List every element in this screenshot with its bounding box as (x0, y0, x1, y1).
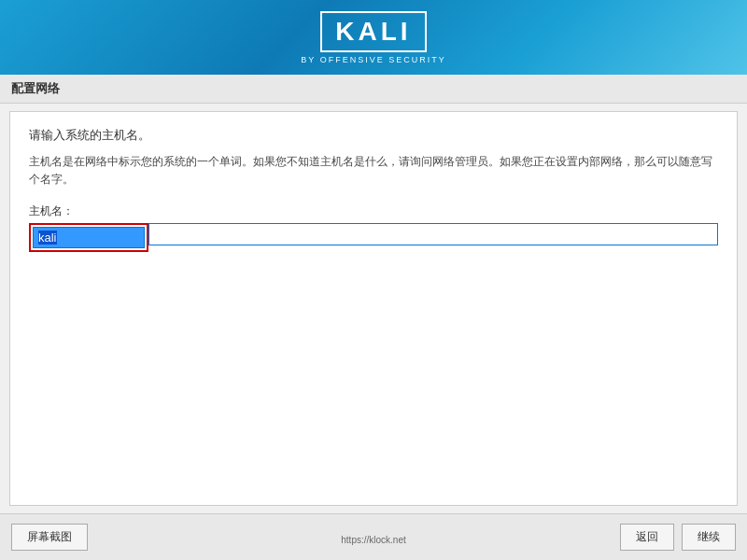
page-title-bar: 配置网络 (0, 75, 747, 104)
continue-button[interactable]: 继续 (682, 524, 736, 551)
footer: 屏幕截图 https://klock.net 返回 继续 (0, 513, 747, 560)
logo-subtext: BY OFFENSIVE SECURITY (301, 55, 445, 64)
screenshot-button[interactable]: 屏幕截图 (11, 524, 88, 551)
main-content: 请输入系统的主机名。 主机名是在网络中标示您的系统的一个单词。如果您不知道主机名… (9, 111, 738, 506)
hostname-highlight-box (29, 223, 148, 252)
footer-left: 屏幕截图 (11, 524, 88, 551)
header: KALI BY OFFENSIVE SECURITY (0, 0, 747, 75)
logo-text: KALI (335, 17, 411, 46)
hostname-label: 主机名： (29, 203, 718, 219)
instruction-body: 主机名是在网络中标示您的系统的一个单词。如果您不知道主机名是什么，请询问网络管理… (29, 153, 718, 189)
hostname-input-short[interactable] (33, 227, 145, 248)
instruction-title: 请输入系统的主机名。 (29, 127, 718, 144)
logo-container: KALI BY OFFENSIVE SECURITY (301, 11, 445, 64)
hostname-input-row (29, 223, 718, 252)
footer-url: https://klock.net (341, 535, 405, 545)
back-button[interactable]: 返回 (620, 524, 674, 551)
hostname-input-full[interactable] (148, 223, 718, 245)
logo-box: KALI (320, 11, 426, 52)
page-title: 配置网络 (11, 81, 60, 95)
footer-right: 返回 继续 (620, 524, 736, 551)
